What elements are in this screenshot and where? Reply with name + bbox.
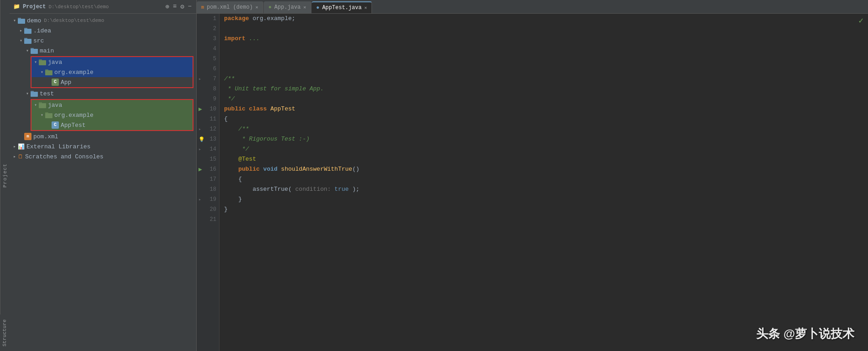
tab-icon-app: ●	[268, 4, 272, 10]
tab-close-apptest[interactable]: ✕	[364, 5, 367, 10]
token-plain-18b	[331, 184, 335, 194]
code-line-2	[224, 24, 863, 34]
tree-item-idea[interactable]: ▸ .idea	[10, 26, 196, 36]
tree-label-apptest: AppTest	[61, 122, 86, 129]
code-line-7: /**	[224, 74, 863, 84]
code-line-4	[224, 44, 863, 54]
tree-label-scratches: Scratches and Consoles	[25, 153, 104, 160]
sidebar-path: D:\desktop\test\demo	[48, 4, 109, 10]
fold-icon-19[interactable]: ▸	[199, 197, 201, 202]
svg-rect-3	[24, 28, 27, 30]
tab-pom[interactable]: m pom.xml (demo) ✕	[197, 1, 263, 13]
sidebar-header: 📁 Project D:\desktop\test\demo ⊕ ≡ ⚙ −	[10, 0, 196, 14]
libs-icon: 📊	[18, 143, 25, 150]
tab-apptest[interactable]: ● AppTest.java ✕	[312, 1, 372, 13]
token-kw-10b: class	[249, 104, 271, 114]
code-line-19: }	[224, 194, 863, 204]
code-line-13: * Rigorous Test :-)	[224, 134, 863, 144]
tree-item-scratches[interactable]: ▸ 🗒 Scratches and Consoles	[10, 152, 196, 162]
token-comment-9: */	[224, 94, 235, 104]
red-outline-main: ▾ java ▾ org.example C App	[31, 56, 193, 88]
code-line-15: @Test	[224, 154, 863, 164]
tab-close-pom[interactable]: ✕	[256, 5, 258, 10]
code-line-21	[224, 215, 863, 225]
tree-item-apptest[interactable]: C AppTest	[31, 120, 193, 130]
tree-item-org-example-main[interactable]: ▾ org.example	[31, 67, 193, 77]
token-comment-13: * Rigorous Test :-)	[224, 134, 309, 144]
svg-rect-7	[31, 48, 34, 50]
list-icon[interactable]: ≡	[172, 2, 178, 11]
token-comment-8: * Unit test for simple App.	[224, 84, 324, 94]
tree-item-java-test[interactable]: ▾ java	[31, 100, 193, 110]
tree-label-src: src	[33, 37, 44, 44]
minimize-icon[interactable]: −	[187, 2, 193, 11]
bulb-icon-13[interactable]: 💡	[199, 136, 205, 142]
scratches-icon: 🗒	[18, 153, 23, 160]
sidebar-title: Project	[23, 4, 46, 10]
tree-item-demo[interactable]: ▾ demo D:\desktop\test\demo	[10, 16, 196, 26]
token-kw-16b: void	[263, 164, 281, 174]
plus-icon[interactable]: ⊕	[164, 2, 170, 11]
tab-label-pom: pom.xml (demo)	[207, 4, 253, 10]
svg-rect-9	[39, 59, 42, 61]
gutter-16: ▶ 16	[197, 164, 219, 174]
tree-item-app[interactable]: C App	[31, 77, 193, 87]
arrow-idea: ▸	[18, 28, 24, 33]
fold-icon-12[interactable]: ▸	[199, 126, 201, 132]
code-editor: ✓ 1 2 3 4 5 6 ▸ 7 8 9 ▶ 10 11 ▸ 12	[197, 14, 868, 351]
svg-rect-15	[39, 102, 42, 104]
tree-item-pom[interactable]: m pom.xml	[10, 131, 196, 141]
tree-item-main[interactable]: ▾ main	[10, 46, 196, 56]
tree-item-org-example-test[interactable]: ▾ org.example	[31, 110, 193, 120]
arrow-scratches: ▸	[11, 154, 18, 159]
code-line-8: * Unit test for simple App.	[224, 84, 863, 94]
red-outline-test: ▾ java ▾ org.example C AppTes	[31, 99, 193, 131]
gear-icon[interactable]: ⚙	[179, 2, 185, 11]
token-hint-18: condition:	[295, 184, 331, 194]
project-panel-label: Project	[0, 0, 10, 351]
code-content[interactable]: package org.example; import ... /** * Un…	[220, 14, 868, 351]
token-plain-19: }	[224, 194, 242, 204]
token-kw-1: package	[224, 14, 252, 24]
gutter-12: ▸ 12	[197, 124, 219, 134]
folder-icon-test	[31, 90, 38, 97]
code-line-9: */	[224, 94, 863, 104]
gutter-14: ▸ 14	[197, 144, 219, 154]
editor-panel: m pom.xml (demo) ✕ ● App.java ✕ ● AppTes…	[197, 0, 868, 351]
tab-label-apptest: AppTest.java	[322, 5, 361, 11]
tab-close-app[interactable]: ✕	[303, 5, 306, 10]
arrow-external-libs: ▸	[11, 144, 18, 149]
token-paren-16: ()	[352, 164, 360, 174]
tree-item-test[interactable]: ▾ test	[10, 89, 196, 99]
fold-icon-7[interactable]: ▸	[199, 76, 201, 82]
arrow-test: ▾	[24, 91, 31, 96]
folder-icon-org-example-test	[45, 112, 52, 118]
run-icon-10[interactable]: ▶	[199, 105, 202, 113]
tree-item-external-libs[interactable]: ▸ 📊 External Libraries	[10, 141, 196, 152]
tree-label-main: main	[40, 47, 54, 54]
token-classname-10: AppTest	[270, 104, 295, 114]
pom-icon: m	[24, 133, 31, 140]
fold-icon-14[interactable]: ▸	[199, 147, 201, 152]
tab-app[interactable]: ● App.java ✕	[264, 1, 311, 13]
code-line-1: package org.example;	[224, 14, 863, 24]
tree-item-src[interactable]: ▾ src	[10, 36, 196, 46]
token-kw-16a: public	[224, 164, 263, 174]
gutter-4: 4	[197, 44, 219, 54]
line-numbers-gutter: 1 2 3 4 5 6 ▸ 7 8 9 ▶ 10 11 ▸ 12 💡 13	[197, 14, 220, 351]
tab-bar: m pom.xml (demo) ✕ ● App.java ✕ ● AppTes…	[197, 0, 868, 14]
gutter-11: 11	[197, 114, 219, 124]
tree-label-test: test	[40, 90, 54, 97]
folder-icon-java-test	[39, 102, 46, 108]
token-plain-20: }	[224, 204, 228, 215]
arrow-java-main: ▾	[32, 59, 39, 65]
gutter-2: 2	[197, 24, 219, 34]
gutter-1: 1	[197, 14, 219, 24]
folder-icon-main	[31, 47, 38, 54]
code-line-6	[224, 64, 863, 74]
tree-item-java-main[interactable]: ▾ java	[31, 57, 193, 67]
run-icon-16[interactable]: ▶	[199, 166, 202, 173]
tab-icon-apptest: ●	[316, 5, 319, 11]
svg-rect-1	[18, 18, 21, 20]
gutter-19: ▸ 19	[197, 194, 219, 204]
